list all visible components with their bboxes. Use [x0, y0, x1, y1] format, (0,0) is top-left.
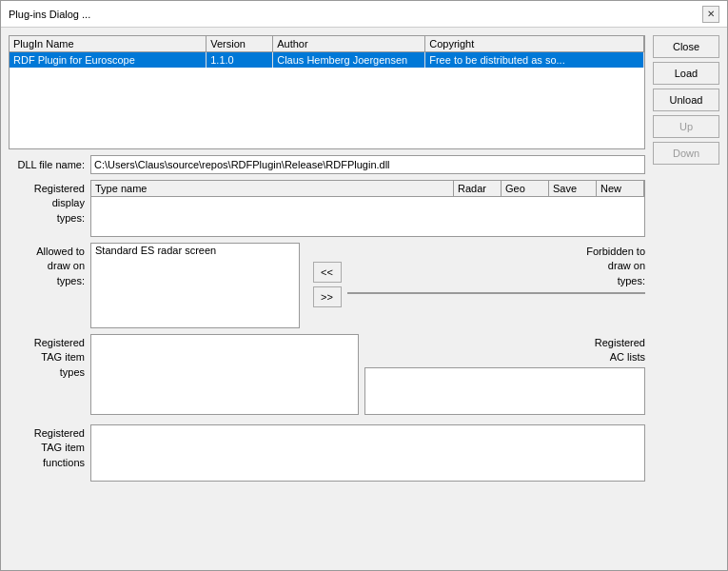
allowed-draw-listbox[interactable]: Standard ES radar screen	[90, 243, 300, 328]
tag-functions-label: Registered TAG item functions	[9, 424, 85, 470]
col-header-author: Author	[273, 36, 425, 52]
ac-lists-section: Registered AC lists	[364, 334, 645, 415]
col-geo: Geo	[502, 181, 549, 197]
plugin-table[interactable]: PlugIn Name Version Author Copyright RDF…	[9, 35, 645, 149]
allowed-draw-label: Allowed to draw on types:	[9, 243, 85, 328]
col-type-name: Type name	[91, 181, 454, 197]
arrow-buttons-group: << >>	[313, 243, 342, 307]
registered-display-section: Registered display types: Type name Rada…	[9, 180, 645, 237]
draw-types-section: Allowed to draw on types: Standard ES ra…	[9, 243, 645, 328]
left-panel: PlugIn Name Version Author Copyright RDF…	[9, 35, 645, 562]
allowed-draw-section: Allowed to draw on types: Standard ES ra…	[9, 243, 307, 328]
forbidden-section: Forbidden to draw on types:	[347, 243, 646, 294]
unload-button[interactable]: Unload	[653, 89, 719, 111]
ac-lists-listbox[interactable]	[364, 367, 645, 415]
ac-lists-label: Registered AC lists	[364, 334, 645, 365]
dll-file-row: DLL file name:	[9, 155, 645, 174]
tag-functions-listbox[interactable]	[90, 424, 645, 482]
move-right-button[interactable]: >>	[313, 286, 342, 307]
dll-file-label: DLL file name:	[9, 159, 85, 170]
window-close-button[interactable]: ✕	[702, 6, 719, 23]
registered-display-label: Registered display types:	[9, 180, 85, 226]
move-left-button[interactable]: <<	[313, 262, 342, 283]
plugin-author-cell: Claus Hemberg Joergensen	[273, 52, 425, 69]
col-save: Save	[549, 181, 597, 197]
main-window: Plug-ins Dialog ... ✕ PlugIn Name Versio…	[0, 0, 728, 571]
tag-item-types-label: Registered TAG item types	[9, 334, 85, 380]
display-types-table[interactable]: Type name Radar Geo Save New	[90, 180, 645, 237]
window-title: Plug-ins Dialog ...	[9, 9, 90, 20]
list-item: Standard ES radar screen	[91, 244, 299, 257]
main-content: PlugIn Name Version Author Copyright RDF…	[1, 28, 727, 570]
plugin-version-cell: 1.1.0	[207, 52, 273, 69]
tag-item-types-listbox[interactable]	[90, 334, 359, 415]
plugin-name-cell: RDF Plugin for Euroscope	[10, 52, 207, 69]
dll-file-input[interactable]	[90, 155, 645, 174]
tag-item-types-section: Registered TAG item types	[9, 334, 359, 415]
table-row[interactable]: RDF Plugin for Euroscope 1.1.0 Claus Hem…	[10, 52, 644, 69]
col-header-plugin-name: PlugIn Name	[10, 36, 207, 52]
load-button[interactable]: Load	[653, 62, 719, 85]
down-button[interactable]: Down	[653, 142, 719, 165]
close-button[interactable]: Close	[653, 35, 719, 58]
col-header-version: Version	[207, 36, 273, 52]
col-header-copyright: Copyright	[425, 36, 644, 52]
forbidden-draw-listbox[interactable]	[347, 292, 646, 294]
plugin-copyright-cell: Free to be distributed as so...	[425, 52, 644, 69]
col-new: New	[597, 181, 644, 197]
bottom-sections: Registered TAG item types Registered AC …	[9, 334, 645, 415]
col-radar: Radar	[454, 181, 502, 197]
up-button[interactable]: Up	[653, 115, 719, 138]
title-bar: Plug-ins Dialog ... ✕	[1, 1, 727, 28]
forbidden-draw-label: Forbidden to draw on types:	[347, 243, 646, 288]
right-buttons-panel: Close Load Unload Up Down	[653, 35, 719, 562]
tag-functions-section: Registered TAG item functions	[9, 424, 645, 482]
